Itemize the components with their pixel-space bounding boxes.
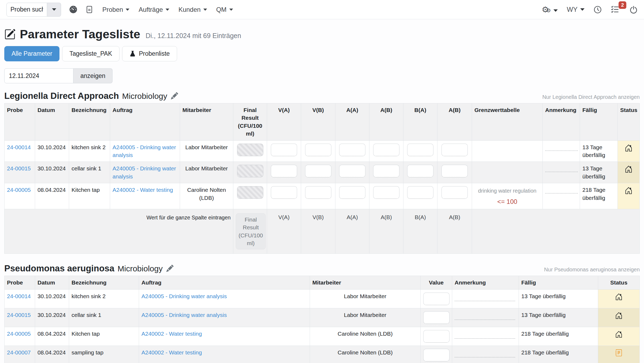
- value-input[interactable]: [423, 349, 450, 361]
- menu-qm[interactable]: QM: [216, 6, 233, 13]
- anmerkung-field[interactable]: [545, 172, 578, 172]
- gears-icon: ⚙⚙: [542, 6, 551, 14]
- probe-link[interactable]: 24-00005: [7, 331, 31, 337]
- section-title: Pseudomonas aeruginosa: [4, 263, 114, 274]
- ab2-column-input[interactable]: [440, 212, 469, 221]
- vb-input[interactable]: [305, 186, 331, 199]
- show-button[interactable]: anzeigen: [73, 68, 113, 83]
- grenzwert-limit: <= 100: [474, 197, 540, 206]
- auftrag-link[interactable]: A240002 - Water testing: [141, 349, 202, 355]
- auftrag-link[interactable]: A240005 - Drinking water analysis: [141, 312, 227, 318]
- vb-input[interactable]: [305, 165, 331, 177]
- pencil-icon[interactable]: [166, 265, 174, 273]
- col-header-grenzwert: Grenzwerttabelle: [472, 103, 543, 141]
- faellig-cell: 13 Tage überfällig: [519, 308, 598, 327]
- vb-input[interactable]: [305, 144, 331, 156]
- ab-input[interactable]: [373, 165, 399, 177]
- auftrag-link[interactable]: A240002 - Water testing: [141, 331, 202, 337]
- table-row: 24-00014 30.10.2024 kitchen sink 2 A2400…: [5, 140, 640, 162]
- menu-proben[interactable]: Proben: [102, 6, 129, 13]
- va-input[interactable]: [271, 144, 297, 156]
- aa-column-input[interactable]: [338, 212, 367, 221]
- probe-link[interactable]: 24-00015: [7, 165, 31, 171]
- tab-tagesliste-pak[interactable]: Tagesliste_PAK: [62, 46, 119, 61]
- clock-icon[interactable]: [594, 6, 602, 14]
- ab-input[interactable]: [373, 144, 399, 156]
- anmerkung-field[interactable]: [545, 151, 578, 151]
- ab2-input[interactable]: [441, 165, 468, 177]
- anmerkung-field[interactable]: [455, 320, 515, 320]
- table-row: 24-00005 08.04.2024 Kitchen tap A240002 …: [5, 183, 640, 209]
- auftrag-link[interactable]: A240005 - Drinking water analysis: [113, 165, 176, 179]
- final-result-input-disabled: [237, 186, 263, 199]
- ab-input[interactable]: [373, 186, 399, 199]
- va-input[interactable]: [271, 186, 297, 199]
- probe-link[interactable]: 24-00014: [7, 144, 31, 150]
- filter-link-pseudomonas[interactable]: Nur Pseudomonas aeruginosa anzeigen: [544, 267, 640, 273]
- datum-cell: 08.04.2024: [35, 346, 69, 363]
- chevron-down-icon: [229, 9, 233, 11]
- ba-input[interactable]: [407, 165, 433, 177]
- anmerkung-field[interactable]: [455, 301, 515, 301]
- table-row: 24-00014 30.10.2024 kitchen sink 2 A2400…: [5, 289, 640, 308]
- probe-link[interactable]: 24-00005: [7, 187, 31, 193]
- power-icon[interactable]: [630, 6, 638, 14]
- auftrag-link[interactable]: A240005 - Drinking water analysis: [113, 144, 176, 158]
- value-input[interactable]: [423, 311, 450, 324]
- va-column-input[interactable]: [269, 212, 298, 221]
- menu-kunden[interactable]: Kunden: [178, 6, 207, 13]
- user-menu[interactable]: WY: [567, 6, 585, 13]
- menu-auftraege[interactable]: Aufträge: [138, 6, 169, 13]
- house-icon: [625, 165, 632, 175]
- settings-menu[interactable]: ⚙⚙: [542, 6, 558, 14]
- col-header-ab2: A(B): [437, 103, 472, 141]
- auftrag-link[interactable]: A240002 - Water testing: [113, 187, 173, 193]
- probe-link[interactable]: 24-00014: [7, 293, 31, 299]
- value-input[interactable]: [423, 330, 450, 343]
- pencil-square-icon: [4, 29, 16, 40]
- probe-link[interactable]: 24-00015: [7, 312, 31, 318]
- anmerkung-field[interactable]: [455, 357, 515, 357]
- probe-link[interactable]: 24-00007: [7, 349, 31, 355]
- dashboard-icon[interactable]: [69, 5, 77, 14]
- date-filter: anzeigen: [4, 68, 640, 83]
- tab-alle-parameter[interactable]: Alle Parameter: [4, 46, 59, 61]
- col-header-faellig: Fällig: [580, 103, 618, 141]
- datum-cell: 30.10.2024: [35, 308, 69, 327]
- anmerkung-field[interactable]: [455, 338, 515, 339]
- legionella-header-row: Probe Datum Bezeichnung Auftrag Mitarbei…: [5, 103, 640, 141]
- anmerkung-field[interactable]: [545, 193, 578, 193]
- col-header-anmerkung: Anmerkung: [543, 103, 580, 141]
- vb-column-input[interactable]: [304, 212, 333, 221]
- tab-probenliste[interactable]: Probenliste: [122, 46, 177, 61]
- value-input[interactable]: [423, 293, 450, 305]
- aa-input[interactable]: [339, 186, 365, 199]
- auftrag-link[interactable]: A240005 - Drinking water analysis: [141, 293, 227, 299]
- pencil-icon[interactable]: [171, 92, 178, 100]
- mitarbeiter-cell: Labor Mitarbeiter: [180, 162, 233, 183]
- ba-column-input[interactable]: [406, 212, 435, 221]
- grenzwert-name: drinking water regulation: [474, 187, 540, 194]
- ab-column-input[interactable]: [372, 212, 401, 221]
- va-input[interactable]: [271, 165, 297, 177]
- datum-cell: 08.04.2024: [35, 183, 69, 209]
- ba-input[interactable]: [407, 186, 433, 199]
- house-icon: [615, 293, 623, 302]
- search-dropdown-button[interactable]: [47, 3, 61, 17]
- filter-link-legionella[interactable]: Nur Legionella Direct Approach anzeigen: [542, 94, 640, 100]
- col-header-datum: Datum: [35, 103, 69, 141]
- tab-probenliste-label: Probenliste: [139, 50, 170, 57]
- sample-search-group: [6, 3, 61, 17]
- chevron-down-icon: [553, 9, 558, 12]
- faellig-cell: 13 Tage überfällig: [519, 289, 598, 308]
- document-icon[interactable]: [85, 6, 93, 13]
- col-header-bezeichnung: Bezeichnung: [69, 103, 110, 141]
- aa-input[interactable]: [339, 165, 365, 177]
- ba-input[interactable]: [407, 144, 433, 156]
- ab2-input[interactable]: [441, 144, 468, 156]
- aa-input[interactable]: [339, 144, 365, 156]
- tasks-button[interactable]: 2: [611, 5, 619, 14]
- date-input[interactable]: [4, 68, 73, 83]
- search-input[interactable]: [6, 3, 47, 17]
- ab2-input[interactable]: [441, 186, 468, 199]
